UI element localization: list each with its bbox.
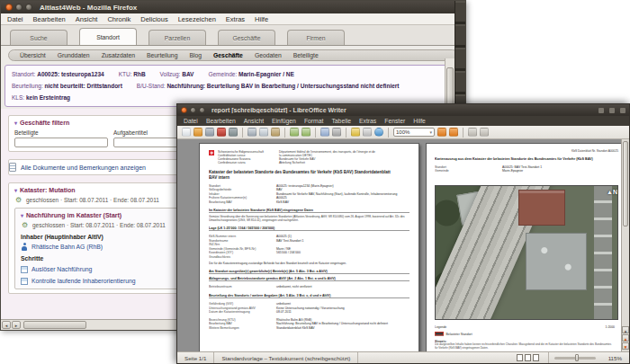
menu-item[interactable]: Datei [184,118,198,124]
save-icon[interactable] [205,128,214,137]
legend-item: Belasteter Standort [435,332,618,336]
legend-row: Legende 1:2000 [435,325,615,329]
document-header: Schweizerische EidgenossenschaftConfédér… [209,150,410,164]
menu-item[interactable]: Hilfe [413,118,426,124]
nav-previous-icon[interactable] [437,128,446,137]
scrollbar-thumb[interactable] [623,141,628,226]
menu-item[interactable]: Hilfe [255,15,268,23]
collapse-triangle-icon[interactable]: ▾ [14,188,17,193]
find-icon[interactable] [363,128,372,137]
book-view-icon[interactable] [533,354,539,361]
zoom-slider[interactable] [554,357,596,360]
close-button[interactable] [181,107,187,113]
section-heading: Ablagerungs- und Betriebsstandorte gemäs… [209,276,410,281]
page-indicator[interactable]: Seite 1/1 [177,352,214,363]
close-button[interactable] [5,4,13,11]
menu-item[interactable]: Format [304,118,324,124]
table-icon[interactable] [320,128,329,137]
step-1-link[interactable]: Auslöser Nachführung [32,266,92,272]
map-rows: StandortA00025: BAV Test-Standort 1Gemei… [435,164,618,173]
menu-item[interactable]: Fenster [384,118,405,124]
back-icon[interactable] [468,128,477,137]
scroll-right-icon[interactable]: ▸ [12,321,21,329]
step-2-link[interactable]: Kontrolle laufende Inhaberorientierung [32,278,136,284]
paste-icon[interactable] [271,128,280,137]
nav-next-icon[interactable] [449,128,458,137]
redo-icon[interactable] [302,128,310,137]
trees [533,287,596,320]
writer-titlebar[interactable]: report [schreibgeschützt] - LibreOffice … [177,104,629,116]
menu-item[interactable]: Ansicht [76,15,98,23]
copy-icon[interactable] [259,128,268,137]
zoom-combo[interactable]: 100% ▾ [393,128,435,137]
single-page-view-icon[interactable] [517,354,523,361]
all-documents-link[interactable]: Alle Dokumente und Bemerkungen anzeigen [21,164,146,171]
doc-row: Bearbeitung BAVKbS BAV [209,200,410,204]
zoom-slider-handle[interactable] [575,354,579,361]
titlebar-indicator-icon [609,108,615,113]
firefox-titlebar[interactable]: Altlast4Web - Mozilla Firefox [1,1,465,13]
nav-item-geschaefte[interactable]: Geschäfte [213,52,243,58]
menu-item[interactable]: Tabelle [331,118,351,124]
export-pdf-icon[interactable] [217,128,226,137]
tab-parzellen[interactable]: Parzellen [148,30,206,45]
gear-icon: ⚙ [21,221,29,229]
menu-item[interactable]: Lesezeichen [178,15,216,23]
menu-item[interactable]: Datei [7,15,23,23]
print-icon[interactable] [229,128,238,137]
navigator-icon[interactable] [374,128,383,137]
tab-firmen[interactable]: Firmen [287,30,345,45]
cut-icon[interactable] [248,128,256,137]
minimize-button[interactable] [15,4,22,11]
style-indicator[interactable]: Standardvorlage – Textdokument (schreibg… [214,352,358,363]
menu-item[interactable]: Bearbeiten [206,118,236,124]
minimize-button[interactable] [190,107,196,113]
open-icon[interactable] [194,128,202,137]
window-title: Altlast4Web - Mozilla Firefox [40,4,137,12]
menu-item[interactable]: Chronik [107,15,130,23]
kataster-status: geschlossen · Start: 08.07.2011 · Ende: … [26,197,159,203]
new-document-icon[interactable] [182,128,191,137]
nav-item-zusatzdaten[interactable]: Zusatzdaten [102,52,135,58]
nav-next-page-icon[interactable]: ▾ [622,342,629,350]
menu-item[interactable]: Einfügen [272,118,296,124]
undo-icon[interactable] [290,128,299,137]
scroll-up-icon[interactable]: ▴ [622,326,629,333]
collapse-triangle-icon[interactable]: ▾ [14,120,17,126]
task-icon [21,278,28,285]
inhaber-link[interactable]: Rhätische Bahn AG (RhB) [32,244,103,250]
view-layout-buttons[interactable] [509,352,549,363]
forward-icon[interactable] [480,128,489,137]
nav-item-uebersicht[interactable]: Übersicht [20,52,46,58]
maximize-button[interactable] [25,4,32,11]
menu-item[interactable]: Extras [359,118,376,124]
scrollbar-thumb[interactable] [23,321,86,329]
maximize-button[interactable] [199,107,205,113]
nav-item-geodaten[interactable]: Geodaten [255,52,282,58]
nav-item-beteiligte[interactable]: Beteiligte [293,52,319,58]
tab-geschaefte[interactable]: Geschäfte [218,30,275,45]
spellcheck-icon[interactable] [351,128,360,137]
tab-suche[interactable]: Suche [10,30,68,45]
zoom-percentage[interactable]: 115% [601,352,629,363]
nav-item-blog[interactable]: Blog [189,52,202,58]
beteiligte-input[interactable] [14,138,108,147]
scrollbar-thumb[interactable] [446,67,454,107]
map-heading: Kartenauszug aus dem Kataster der belast… [435,157,615,162]
menu-item[interactable]: Delicious [140,15,167,23]
menu-item[interactable]: Extras [226,15,245,23]
hyperlink-icon[interactable] [332,128,341,137]
menu-item[interactable]: Bearbeiten [33,15,66,23]
nav-previous-page-icon[interactable]: ▴ [622,334,629,342]
collapse-triangle-icon[interactable]: ▾ [21,213,23,218]
nav-item-beurteilung[interactable]: Beurteilung [147,52,177,58]
nav-item-grunddaten[interactable]: Grunddaten [58,52,90,58]
nachfuehrung-status: geschlossen · Start: 08.07.2011 · Ende: … [32,222,166,228]
firefox-menubar: DateiBearbeitenAnsichtChronikDeliciousLe… [1,13,465,25]
scroll-left-icon[interactable]: ◂ [2,321,11,329]
menu-item[interactable]: Ansicht [244,118,264,124]
vertical-scrollbar[interactable]: ▴ ▴ ▾ [621,139,629,351]
info-pair: Vollzug: BAV [160,71,194,77]
multi-page-view-icon[interactable] [525,354,531,361]
tab-standort[interactable]: Standort [79,28,137,45]
